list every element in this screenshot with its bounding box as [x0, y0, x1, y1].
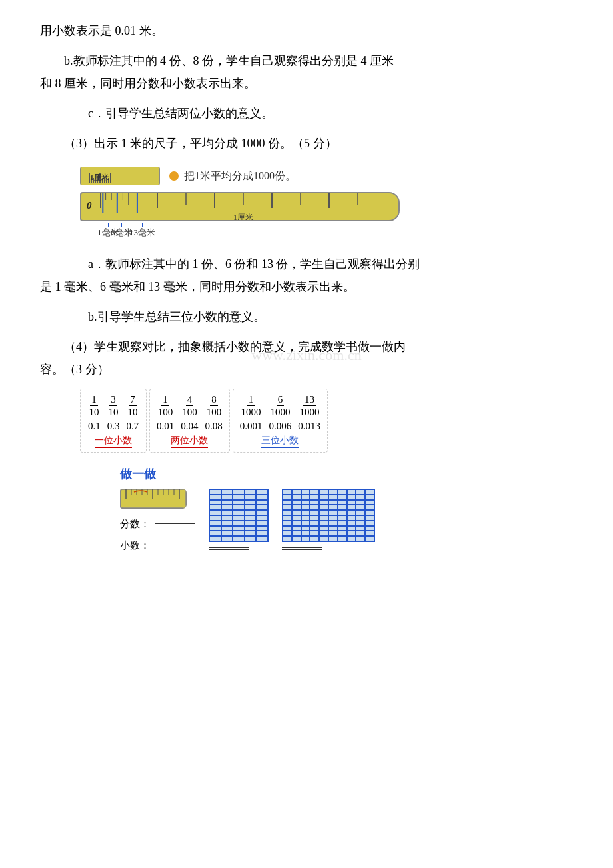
fractions-section: 1 10 3 10 7 10 0.1 0.3 0.7 一位小数 1 100 [80, 389, 573, 453]
frac-3-10: 3 10 [109, 393, 119, 418]
grid-cell [338, 515, 347, 521]
grid-cell [347, 515, 356, 521]
grid-cell [221, 500, 233, 505]
grid-cell [319, 515, 328, 521]
grid-cell [356, 521, 365, 526]
grid-cell [209, 505, 221, 510]
grid-cell [283, 510, 292, 515]
grid-cell [292, 510, 301, 515]
grid-cell [245, 500, 257, 505]
grid-cell [301, 500, 310, 505]
svg-text:1厘米: 1厘米 [233, 213, 253, 220]
grid-cell [347, 536, 356, 541]
grid-cell [233, 536, 245, 541]
blue-grid-block2 [282, 489, 375, 542]
grid-cell [245, 505, 257, 510]
grid-cell [310, 489, 319, 495]
grid-cell [319, 526, 328, 531]
grid-cell [328, 526, 338, 531]
grid-cell [319, 536, 328, 541]
grid-cell [347, 505, 356, 510]
grid-cell [365, 521, 374, 526]
grid-cell [283, 489, 292, 495]
zuoyizuo-title: 做一做 [120, 466, 453, 482]
grid-cell [328, 505, 338, 510]
grid-cell [301, 495, 310, 500]
grid-cell [283, 521, 292, 526]
grid-cell [233, 505, 245, 510]
grid-cell [310, 500, 319, 505]
grid-cell [310, 505, 319, 510]
grid-cell [283, 526, 292, 531]
grid-cell [221, 510, 233, 515]
grid-cell [245, 521, 257, 526]
grid-cell [209, 531, 221, 536]
text-line5: （3）出示 1 米的尺子，平均分成 1000 份。（5 分） [64, 137, 337, 150]
grid-cell [338, 531, 347, 536]
grid-cell [319, 531, 328, 536]
text-line-4b: 容。（3 分） [40, 363, 109, 376]
frac-row-hundredths: 1 100 4 100 8 100 [157, 393, 223, 418]
text-line3: 和 8 厘米，同时用分数和小数表示出来。 [40, 77, 256, 90]
para-line2: b.教师标注其中的 4 份、8 份，学生自己观察得出分别是 4 厘米 和 8 厘… [40, 50, 573, 95]
big-ruler-body: 0 [80, 192, 400, 221]
grid-cell [256, 531, 268, 536]
grid-cell [328, 500, 338, 505]
frac-1-1000: 1 1000 [241, 393, 261, 418]
big-ruler-zero: 0 [87, 200, 92, 211]
grid-cell [338, 500, 347, 505]
frac-group-tenths: 1 10 3 10 7 10 0.1 0.3 0.7 一位小数 [80, 389, 147, 453]
frac-1-10: 1 10 [89, 393, 99, 418]
grid-cell [338, 510, 347, 515]
grid-cell [292, 536, 301, 541]
grid-cell [301, 510, 310, 515]
grid-cell [209, 510, 221, 515]
grid-cell [256, 510, 268, 515]
grid-cell [301, 521, 310, 526]
grid-cell [301, 489, 310, 495]
fill-line-xiaoshu1: 小数： [120, 535, 195, 555]
grid-cell [283, 495, 292, 500]
grid-cell [328, 521, 338, 526]
grid-cell [319, 505, 328, 510]
grid-cell [328, 495, 338, 500]
grid-cell [233, 515, 245, 521]
grid-cell [365, 500, 374, 505]
grid-cell [283, 515, 292, 521]
grid-cell [310, 495, 319, 500]
decimal-row-hundredths: 0.01 0.04 0.08 [157, 421, 223, 432]
grid-cell [245, 510, 257, 515]
grid-cell [256, 526, 268, 531]
small-ruler-row: 1厘米 把1米平均分成1000份。 [80, 167, 426, 185]
grid-cell [283, 531, 292, 536]
frac-4-100: 4 100 [182, 393, 197, 418]
grid-cell [356, 526, 365, 531]
fill-lines-col3 [282, 547, 322, 551]
grid-cell [310, 531, 319, 536]
text-line-a2: 是 1 毫米、6 毫米和 13 毫米，同时用分数和小数表示出来。 [40, 280, 355, 293]
frac-1-100: 1 100 [158, 393, 173, 418]
grid-cell [256, 505, 268, 510]
grid-cell [310, 536, 319, 541]
grid-cell [301, 526, 310, 531]
grid-cell [221, 495, 233, 500]
grid-cell [209, 526, 221, 531]
grid-cell [292, 515, 301, 521]
grid-cell [356, 531, 365, 536]
grid-cell [283, 505, 292, 510]
grid-cell [221, 531, 233, 536]
grid-cell [338, 536, 347, 541]
grid-cell [365, 505, 374, 510]
para-line-b2: b.引导学生总结三位小数的意义。 [40, 306, 573, 328]
frac-7-10: 7 10 [128, 393, 138, 418]
grid-cell [347, 521, 356, 526]
grid-cell [209, 489, 221, 495]
frac-row-thousandths: 1 1000 6 1000 13 1000 [240, 393, 320, 418]
grid-cell [292, 521, 301, 526]
grid-cell [365, 536, 374, 541]
grid-cell [209, 515, 221, 521]
grid-cell [209, 536, 221, 541]
grid-cell [310, 521, 319, 526]
text-line2: b.教师标注其中的 4 份、8 份，学生自己观察得出分别是 4 厘米 [64, 54, 394, 67]
para-line5: （3）出示 1 米的尺子，平均分成 1000 份。（5 分） [40, 133, 573, 155]
